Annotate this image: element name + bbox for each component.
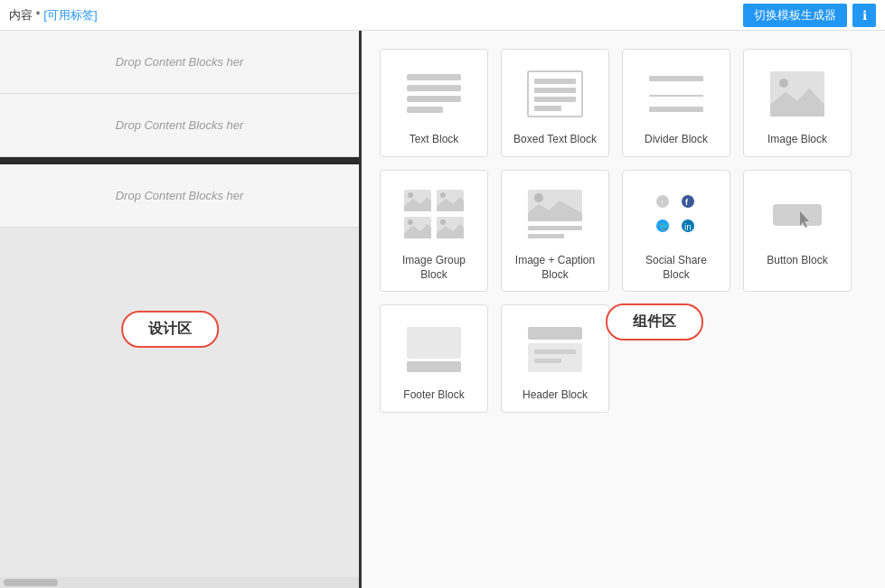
- svg-rect-45: [528, 343, 582, 372]
- social-share-block-label: Social Share Block: [632, 254, 720, 282]
- svg-rect-30: [528, 226, 582, 230]
- main-layout: Drop Content Blocks her Drop Content Blo…: [0, 31, 885, 588]
- boxed-text-block-icon: [519, 62, 591, 126]
- svg-rect-44: [528, 327, 582, 340]
- svg-rect-47: [534, 359, 561, 363]
- button-block-icon: [761, 183, 833, 247]
- svg-text:↑: ↑: [660, 198, 664, 207]
- text-block[interactable]: Text Block: [380, 49, 488, 157]
- social-share-block-icon: ↑ f 🐦 in: [640, 183, 712, 247]
- blocks-grid: Text Block Boxed Text Block: [380, 49, 867, 413]
- drop-zone-2[interactable]: Drop Content Blocks her: [0, 94, 359, 157]
- svg-point-34: [682, 195, 694, 208]
- svg-rect-8: [534, 106, 561, 111]
- header-block[interactable]: Header Block: [501, 304, 609, 413]
- svg-text:🐦: 🐦: [659, 220, 671, 232]
- image-block[interactable]: Image Block: [743, 49, 852, 157]
- svg-point-16: [408, 192, 413, 198]
- info-button[interactable]: ℹ: [852, 4, 876, 27]
- divider-block-label: Divider Block: [645, 133, 708, 147]
- svg-point-19: [440, 192, 446, 198]
- component-area-label: 组件区: [606, 303, 703, 341]
- image-block-label: Image Block: [767, 133, 827, 147]
- svg-rect-6: [534, 88, 576, 93]
- header-bar: 内容 * [可用标签] 切换模板生成器 ℹ: [0, 0, 885, 31]
- svg-point-13: [779, 79, 788, 88]
- footer-block-label: Footer Block: [403, 388, 464, 403]
- footer-block[interactable]: Footer Block: [380, 304, 488, 413]
- design-area: Drop Content Blocks her Drop Content Blo…: [0, 31, 362, 588]
- svg-rect-2: [407, 96, 461, 102]
- image-caption-block-label: Image + Caption Block: [511, 254, 599, 282]
- svg-rect-9: [649, 76, 703, 81]
- svg-point-28: [534, 193, 543, 202]
- image-group-block-label: Image Group Block: [390, 254, 478, 282]
- header-block-icon: [519, 318, 591, 381]
- divider-block-icon: [640, 62, 712, 126]
- svg-rect-0: [407, 74, 461, 80]
- text-block-label: Text Block: [410, 133, 459, 147]
- svg-rect-40: [773, 204, 822, 226]
- image-block-icon: [761, 62, 833, 126]
- divider-block[interactable]: Divider Block: [622, 49, 730, 157]
- svg-rect-42: [407, 327, 461, 359]
- svg-rect-11: [649, 107, 703, 112]
- content-label: 内容 *: [9, 8, 41, 22]
- image-group-block-icon: [398, 183, 470, 247]
- image-caption-block[interactable]: Image + Caption Block: [501, 170, 609, 292]
- header-block-label: Header Block: [523, 388, 588, 403]
- drop-zone-3[interactable]: Drop Content Blocks her: [0, 164, 359, 228]
- dark-bar: [0, 157, 359, 164]
- svg-rect-7: [534, 97, 576, 102]
- scroll-thumb[interactable]: [4, 579, 58, 586]
- footer-block-icon: [398, 318, 470, 381]
- component-area: 组件区 Text Block: [362, 31, 885, 588]
- header-title: 内容 * [可用标签]: [9, 7, 98, 23]
- svg-rect-3: [407, 107, 443, 113]
- scrollbar[interactable]: [0, 577, 359, 588]
- drop-zone-label-2: Drop Content Blocks her: [116, 118, 244, 132]
- svg-point-25: [440, 219, 446, 225]
- svg-point-22: [408, 219, 413, 225]
- design-area-label: 设计区: [121, 311, 219, 348]
- svg-rect-5: [534, 79, 576, 84]
- boxed-text-block-label: Boxed Text Block: [513, 133, 597, 147]
- image-caption-block-icon: [519, 183, 591, 247]
- drop-zone-1[interactable]: Drop Content Blocks her: [0, 31, 359, 94]
- svg-rect-1: [407, 85, 461, 91]
- svg-text:in: in: [684, 222, 692, 232]
- text-block-icon: [398, 62, 470, 126]
- social-share-block[interactable]: ↑ f 🐦 in Social Share Block: [622, 170, 730, 292]
- svg-rect-31: [528, 234, 564, 238]
- boxed-text-block[interactable]: Boxed Text Block: [501, 49, 609, 157]
- header-actions: 切换模板生成器 ℹ: [743, 4, 876, 27]
- image-group-block[interactable]: Image Group Block: [380, 170, 488, 292]
- tag-link[interactable]: [可用标签]: [43, 8, 97, 22]
- drop-zone-label-1: Drop Content Blocks her: [116, 55, 244, 69]
- drop-zone-label-3: Drop Content Blocks her: [116, 189, 244, 202]
- button-block-label: Button Block: [767, 254, 827, 268]
- button-block[interactable]: Button Block: [743, 170, 852, 292]
- svg-rect-43: [407, 361, 461, 372]
- svg-rect-46: [534, 350, 576, 354]
- switch-template-button[interactable]: 切换模板生成器: [743, 4, 847, 27]
